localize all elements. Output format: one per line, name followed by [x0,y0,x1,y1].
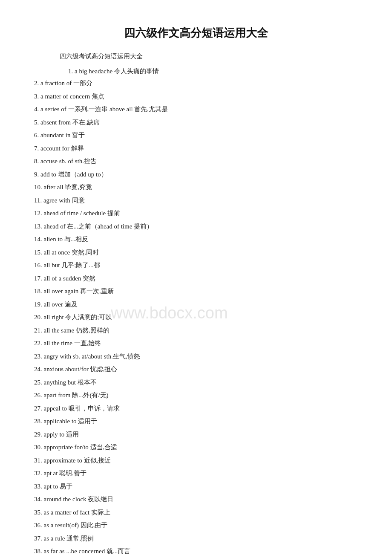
list-item: 26. apart from 除...外(有/无) [34,390,358,401]
list-item: 8. accuse sb. of sth.控告 [34,156,358,167]
list-item-1: 1. a big headache 令人头痛的事情 [68,67,358,75]
list-item: 21. all the same 仍然,照样的 [34,325,358,336]
list-item: 4. a series of 一系列,一连串 above all 首先,尤其是 [34,104,358,115]
list-item: 17. all of a sudden 突然 [34,273,358,284]
list-item: 31. approximate to 近似,接近 [34,455,358,466]
list-item: 36. as a result(of) 因此,由于 [34,520,358,531]
list-item: 16. all but 几乎;除了...都 [34,260,358,271]
list-item: 28. applicable to 适用于 [34,416,358,427]
list-item: 29. apply to 适用 [34,429,358,440]
list-item: 20. all right 令人满意的;可以 [34,312,358,323]
list-item: 3. a matter of concern 焦点 [34,91,358,102]
list-item: 22. all the time 一直,始终 [34,338,358,349]
list-item: 34. around the clock 夜以继日 [34,494,358,505]
list-item: 10. after all 毕竟,究竟 [34,182,358,193]
list-item: 38. as far as ...be concerned 就...而言 [34,546,358,555]
list-item: 25. anything but 根本不 [34,377,358,388]
list-item: 37. as a rule 通常,照例 [34,533,358,544]
list-item: 35. as a matter of fact 实际上 [34,507,358,518]
list-item: 11. agree with 同意 [34,195,358,206]
page-title: 四六级作文高分短语运用大全 [34,26,358,40]
list-item: 33. apt to 易于 [34,481,358,492]
list-item: 23. angry with sb. at/about sth.生气,愤怒 [34,351,358,362]
list-item: 19. all over 遍及 [34,299,358,310]
list-item: 27. appeal to 吸引，申诉，请求 [34,403,358,414]
list-item: 14. alien to 与...相反 [34,234,358,245]
list-item: 24. anxious about/for 忧虑,担心 [34,364,358,375]
list-item: 30. appropriate for/to 适当,合适 [34,442,358,453]
list-item: 6. abundant in 富于 [34,130,358,141]
list-item: 9. add to 增加（add up to） [34,169,358,180]
list-item: 5. absent from 不在,缺席 [34,117,358,128]
list-item: 32. apt at 聪明,善于 [34,468,358,479]
subtitle: 四六级考试高分短语运用大全 [60,52,358,61]
list-item: 12. ahead of time / schedule 提前 [34,208,358,219]
list-item: 15. all at once 突然,同时 [34,247,358,258]
list-item: 2. a fraction of 一部分 [34,78,358,89]
list-item: 18. all over again 再一次,重新 [34,286,358,297]
list-item: 13. ahead of 在...之前（ahead of time 提前） [34,221,358,232]
list-item: 7. account for 解释 [34,143,358,154]
